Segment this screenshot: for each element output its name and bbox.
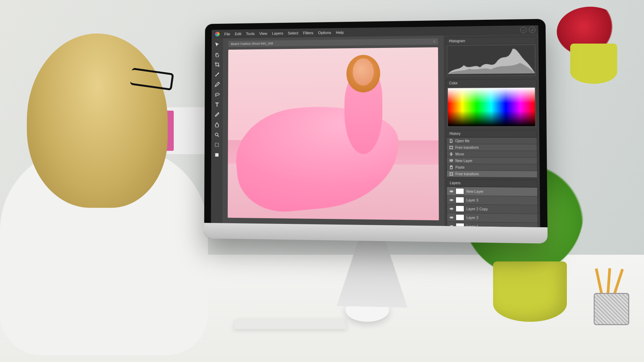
history-step-icon [449,152,453,156]
menu-help[interactable]: Help [336,31,343,35]
office-scene: File Edit Tools View Layers Select Filte… [0,0,644,362]
history-item[interactable]: Free transform [447,170,537,177]
history-step-icon [449,172,453,176]
history-step-label: Free transform [455,172,479,176]
svg-point-7 [451,191,452,192]
layers-panel: Layers New LayerLayer 3Layer 2 CopyLayer… [446,179,538,227]
maximize-button[interactable]: ⤢ [529,27,536,33]
history-item[interactable]: Paste [447,164,537,171]
svg-rect-3 [450,146,452,149]
menu-filters[interactable]: Filters [303,31,313,35]
zoom-tool-icon[interactable] [214,131,220,138]
layer-thumbnail [455,197,464,203]
tool-palette [211,38,223,223]
svg-rect-1 [215,143,219,146]
layer-label: Layer 2 Copy [466,207,488,211]
close-tab-icon[interactable]: × [433,40,435,43]
layer-label: Layer 3 [466,198,478,202]
hand-tool-icon[interactable] [214,51,221,58]
history-panel: History Open fileFree transformMoveNew L… [446,130,537,178]
histogram-title: Histogram [446,37,536,45]
layers-title: Layers [447,180,537,187]
menu-select[interactable]: Select [288,31,298,35]
eye-icon[interactable] [449,198,453,202]
text-tool-icon[interactable] [214,101,220,108]
marquee-tool-icon[interactable] [214,141,220,148]
blur-tool-icon[interactable] [214,121,220,128]
history-step-icon [449,139,453,143]
histogram-graph [447,45,535,76]
layer-thumbnail [455,188,464,194]
lasso-tool-icon[interactable] [214,91,220,98]
layer-item[interactable]: New Layer [447,187,537,196]
pencil-cup [590,275,631,325]
history-item[interactable]: Move [447,150,537,158]
right-panels: Histogram Color [444,34,540,227]
canvas-area: Beach Fashion Shoot IMG_008 × [222,36,445,226]
history-step-label: Open file [455,139,470,142]
layer-label: New Layer [466,189,483,193]
plant-pot [493,261,567,322]
flower-pot [570,44,617,84]
menu-tools[interactable]: Tools [246,32,255,36]
crop-tool-icon[interactable] [214,61,221,68]
history-step-icon [449,165,453,169]
layer-label: Layer 2 [467,216,479,220]
fill-tool-icon[interactable] [214,152,220,158]
monitor: File Edit Tools View Layers Select Filte… [204,19,548,243]
svg-rect-6 [450,173,452,175]
eye-icon[interactable] [449,206,453,211]
app-window: File Edit Tools View Layers Select Filte… [211,25,540,227]
document-title: Beach Fashion Shoot IMG_008 [231,42,273,46]
menu-view[interactable]: View [259,32,267,36]
move-tool-icon[interactable] [214,41,221,48]
history-item[interactable]: Open file [447,137,537,144]
layer-item[interactable]: Layer 3 [447,195,538,205]
layer-item[interactable]: Layer 2 [447,213,538,223]
eye-icon[interactable] [449,215,453,220]
svg-point-9 [451,208,452,209]
history-item[interactable]: New Layer [447,157,537,164]
menu-edit[interactable]: Edit [235,32,241,36]
keyboard [234,318,346,329]
menu-options[interactable]: Options [318,31,331,35]
color-panel: Color [446,79,537,128]
history-step-label: Move [455,152,464,156]
menu-file[interactable]: File [224,32,230,36]
document-tab[interactable]: Beach Fashion Shoot IMG_008 × [228,38,438,47]
eye-icon[interactable] [449,189,453,193]
layer-item[interactable]: Layer 2 Copy [447,204,538,214]
svg-point-8 [451,199,452,200]
history-step-label: New Layer [455,159,473,163]
history-step-label: Paste [455,165,465,169]
history-item[interactable]: Free transform [447,144,537,150]
app-logo-icon [215,32,220,37]
layer-thumbnail [455,205,464,212]
history-step-label: Free transform [455,145,479,149]
minimize-button[interactable]: – [520,27,527,33]
layer-thumbnail [455,214,464,221]
history-title: History [447,130,537,137]
history-step-icon [449,145,453,149]
menu-layers[interactable]: Layers [272,31,283,35]
history-step-icon [449,159,453,163]
histogram-panel: Histogram [446,37,537,78]
canvas[interactable] [228,47,439,220]
eyedropper-tool-icon[interactable] [214,111,220,118]
svg-rect-2 [215,153,219,157]
svg-point-10 [451,217,452,218]
color-picker[interactable] [448,88,535,126]
svg-point-0 [215,133,218,136]
brush-tool-icon[interactable] [214,71,220,78]
pencil-tool-icon[interactable] [214,81,220,88]
color-title: Color [446,79,536,87]
